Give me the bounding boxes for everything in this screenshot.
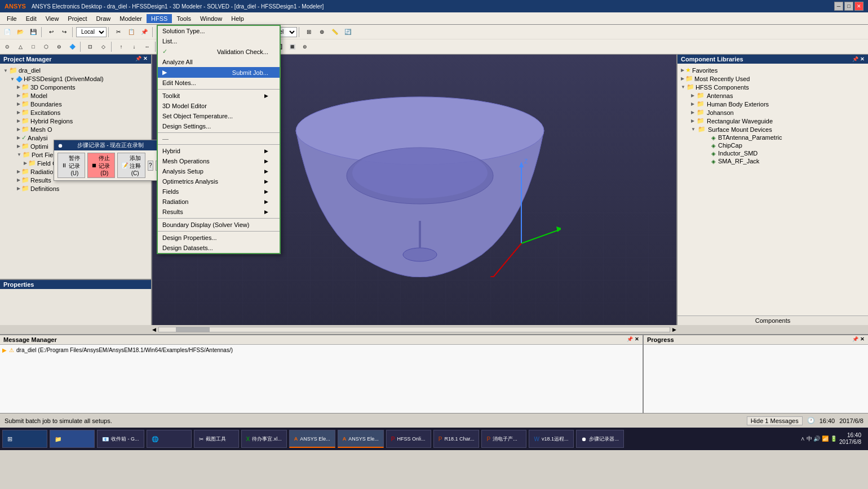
tb-redo[interactable]: ↪ <box>58 26 70 38</box>
menu-modeler[interactable]: Modeler <box>115 14 147 23</box>
menu-radiation[interactable]: Radiation ▶ <box>158 197 280 207</box>
menu-edit[interactable]: Edit <box>21 14 41 23</box>
menu-validation-check[interactable]: ✓ Validation Check... <box>158 46 280 57</box>
menu-design-datasets[interactable]: Design Datasets... <box>158 243 280 253</box>
menu-optimetrics[interactable]: Optimetrics Analysis ▶ <box>158 176 280 186</box>
tb-orient[interactable]: 🔄 <box>342 26 354 38</box>
smd-folder[interactable]: ▼ 📁 Surface Mount Devices <box>680 125 866 134</box>
hfss-components-header[interactable]: ▼ 📁 HFSS Components <box>680 83 866 91</box>
horizontal-scrollbar[interactable]: ◀ ▶ <box>152 325 676 334</box>
scroll-right-btn[interactable]: ▶ <box>672 327 676 332</box>
menu-design-props[interactable]: Design Properties... <box>158 233 280 243</box>
tb-snap[interactable]: ⊕ <box>316 26 328 38</box>
menu-design-settings[interactable]: Design Settings... <box>158 121 280 131</box>
taskbar-ansys2[interactable]: A ANSYS Ele... <box>338 430 384 448</box>
local-dropdown[interactable]: Local <box>76 27 107 37</box>
rectangular-waveguide-folder[interactable]: ▶ 📁 Rectangular Waveguide <box>680 117 866 125</box>
tb-undo[interactable]: ↩ <box>45 26 57 38</box>
antennas-folder[interactable]: ▶ 📁 Antennas <box>680 91 866 100</box>
tb2-8[interactable]: ◇ <box>97 41 109 52</box>
tb2-4[interactable]: ⬡ <box>40 41 52 52</box>
macro-stop-button[interactable]: ⏹ 停止记录(D) <box>87 153 115 178</box>
start-button[interactable]: ⊞ <box>2 430 47 448</box>
taskbar-file-explorer[interactable]: 📁 <box>50 430 95 448</box>
tb2-11[interactable]: ↔ <box>141 41 153 52</box>
tb2-21[interactable]: 🔳 <box>286 41 298 52</box>
tb-measure[interactable]: 📏 <box>329 26 341 38</box>
scroll-left-btn[interactable]: ◀ <box>152 327 156 332</box>
tb2-6[interactable]: 🔷 <box>66 41 78 52</box>
tb2-9[interactable]: ↑ <box>115 41 127 52</box>
menu-set-object-temp[interactable]: Set Object Temperature... <box>158 111 280 121</box>
tree-item-project[interactable]: ▼ 📁 dra_diel <box>2 66 149 75</box>
tb2-2[interactable]: △ <box>14 41 26 52</box>
macro-pause-button[interactable]: ⏸ 暂停记录(U) <box>57 153 85 178</box>
tb2-7[interactable]: ⊡ <box>84 41 96 52</box>
menu-view[interactable]: View <box>41 14 64 23</box>
menu-3d-editor[interactable]: 3D Model Editor <box>158 101 280 111</box>
menu-mesh-operations[interactable]: Mesh Operations ▶ <box>158 156 280 166</box>
restore-button[interactable]: □ <box>844 2 853 11</box>
menu-hfss[interactable]: HFSS <box>147 14 172 23</box>
tb2-5[interactable]: ⊖ <box>53 41 65 52</box>
tb-paste[interactable]: 📌 <box>138 26 150 38</box>
tb-cut[interactable]: ✂ <box>112 26 125 38</box>
menu-draw[interactable]: Draw <box>92 14 116 23</box>
taskbar-word[interactable]: W v18.1远程... <box>529 430 574 448</box>
taskbar-browser[interactable]: 🌐 <box>147 430 192 448</box>
mru-header[interactable]: ▶ 📁 Most Recently Used <box>680 74 866 83</box>
tb-grid[interactable]: ⊞ <box>303 26 315 38</box>
tree-item-excitations[interactable]: ▶ 📁 Excitations <box>2 108 149 117</box>
menu-edit-notes[interactable]: Edit Notes... <box>158 78 280 88</box>
taskbar-ansys1[interactable]: A ANSYS Ele... <box>289 430 335 448</box>
tree-item-mesh[interactable]: ▶ 📁 Mesh O <box>2 125 149 134</box>
sma-rf-jack-item[interactable]: ◈ SMA_RF_Jack <box>700 157 866 165</box>
taskbar-hfss[interactable]: P HFSS Onli... <box>386 430 431 448</box>
tb-open[interactable]: 📂 <box>14 26 26 38</box>
tb2-1[interactable]: ⊙ <box>1 41 14 52</box>
favorites-header[interactable]: ▶ ★ Favorites <box>680 66 866 74</box>
tree-item-hybrid[interactable]: ▶ 📁 Hybrid Regions <box>2 117 149 125</box>
menu-hybrid[interactable]: Hybrid ▶ <box>158 146 280 156</box>
tree-item-design[interactable]: ▼ 🔷 HFSSDesign1 (DrivenModal) <box>2 75 149 83</box>
taskbar-excel[interactable]: X 待办事宜.xl... <box>241 430 287 448</box>
inductor-smd-item[interactable]: ◈ Inductor_SMD <box>700 149 866 157</box>
menu-tools[interactable]: Tools <box>172 14 196 23</box>
component-libraries-footer[interactable]: Components <box>677 315 868 325</box>
menu-analysis-setup[interactable]: Analysis Setup ▶ <box>158 166 280 176</box>
menu-boundary-display[interactable]: Boundary Display (Solver View) <box>158 220 280 230</box>
tb2-10[interactable]: ↓ <box>128 41 140 52</box>
tb2-3[interactable]: □ <box>27 41 39 52</box>
taskbar-ppt2[interactable]: P 消电子产... <box>481 430 526 448</box>
chipcap-item[interactable]: ◈ ChipCap <box>700 141 866 149</box>
menu-solution-type[interactable]: Solution Type... <box>158 26 280 36</box>
tree-item-boundaries[interactable]: ▶ 📁 Boundaries <box>2 100 149 108</box>
macro-add-note-button[interactable]: 📝 添加注释(C) <box>117 153 145 178</box>
tb-new[interactable]: 📄 <box>1 26 14 38</box>
menu-fields[interactable]: Fields ▶ <box>158 186 280 197</box>
tb2-22[interactable]: ⊚ <box>299 41 311 52</box>
taskbar-mail[interactable]: 📧 收件箱 - G... <box>97 430 144 448</box>
tb-save[interactable]: 💾 <box>27 26 39 38</box>
menu-list[interactable]: List... <box>158 36 280 46</box>
tb-copy[interactable]: 📋 <box>125 26 138 38</box>
menu-project[interactable]: Project <box>63 14 91 23</box>
scrollbar-track[interactable] <box>158 327 670 332</box>
tree-item-definitions[interactable]: ▶ 📁 Definitions <box>2 184 149 193</box>
menu-file[interactable]: File <box>2 14 21 23</box>
taskbar-snip[interactable]: ✂ 截图工具 <box>194 430 239 448</box>
scrollbar-thumb[interactable] <box>176 327 210 332</box>
btantenna-item[interactable]: ◈ BTAntenna_Parametric <box>700 134 866 141</box>
menu-submit-job[interactable]: ▶ Submit Job... <box>158 67 280 78</box>
minimize-button[interactable]: ─ <box>834 2 843 11</box>
menu-window[interactable]: Window <box>196 14 227 23</box>
menu-toolkit[interactable]: Toolkit ▶ <box>158 91 280 101</box>
macro-help[interactable]: ? <box>148 161 153 171</box>
menu-results[interactable]: Results ▶ <box>158 207 280 217</box>
taskbar-ppt1[interactable]: P R18.1 Char... <box>433 430 480 448</box>
menu-help[interactable]: Help <box>227 14 249 23</box>
taskbar-recorder[interactable]: ⏺ 步骤记录器... <box>576 430 624 448</box>
johanson-folder[interactable]: ▶ 📁 Johanson <box>680 108 866 117</box>
human-body-folder[interactable]: ▶ 📁 Human Body Exteriors <box>680 100 866 108</box>
menu-analyze-all[interactable]: Analyze All <box>158 57 280 67</box>
